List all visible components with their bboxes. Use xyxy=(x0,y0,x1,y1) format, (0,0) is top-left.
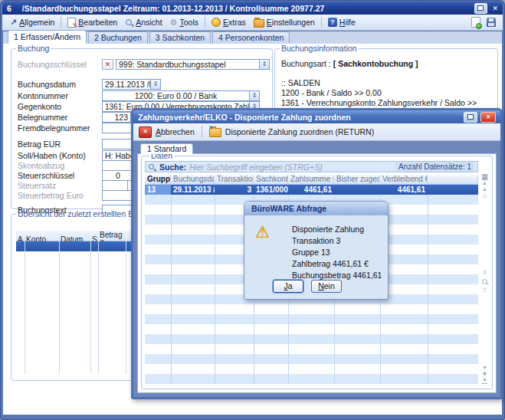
record-count: Anzahl Datensätze: 1 xyxy=(395,162,474,172)
scroll-down-icon[interactable]: ▼ xyxy=(482,365,487,371)
dialog-close-icon[interactable]: ✕ xyxy=(480,112,496,123)
menu-separator xyxy=(61,17,61,28)
belegnummer-field[interactable]: 123 xyxy=(102,112,131,123)
belegnummer-label: Belegnummer xyxy=(18,113,102,122)
col-buchungsdatum[interactable]: Buchungsdatum xyxy=(171,175,215,184)
nein-button[interactable]: Nein xyxy=(311,280,342,293)
menu-extras[interactable]: Extras xyxy=(208,16,250,28)
tab-personenkonten[interactable]: 4 Personenkonten xyxy=(212,31,290,44)
msg-line-transaktion: Transaktion 3 xyxy=(292,235,388,247)
dialog-tab-standard[interactable]: 1 Standard xyxy=(140,143,193,154)
window-id: 6 xyxy=(7,4,11,13)
scroll-up-icon[interactable]: ▲ xyxy=(482,186,487,192)
salden-line: :: SALDEN xyxy=(281,78,491,88)
tab-erfassen-aendern[interactable]: 1 Erfassen/Ändern xyxy=(8,30,87,44)
zoom-search-icon[interactable] xyxy=(481,278,488,285)
col-verbleibend[interactable]: Verbleibend € xyxy=(380,175,428,184)
assign-folder-icon[interactable] xyxy=(209,128,221,137)
col-transaktion[interactable]: Transaktion xyxy=(215,175,254,184)
pause-icon[interactable]: ‖ xyxy=(484,270,486,276)
cell-bisher-zugeordnet xyxy=(334,185,380,195)
menu-allgemein[interactable]: ↗Allgemein xyxy=(6,16,58,29)
steuerbetrag-label: Steuerbetrag Euro xyxy=(18,191,102,200)
window-title: /Standardbuchungsstapel Zeitraum: 01.201… xyxy=(22,4,475,13)
payments-table-header[interactable]: Gruppe Buchungsdatum Transaktion Sachkon… xyxy=(145,175,478,185)
cancel-button[interactable]: Abbrechen xyxy=(156,127,195,136)
menu-bearbeiten[interactable]: Bearbeiten xyxy=(64,16,121,29)
dialog-title: Zahlungsverkehr/ELKO - Disponierte Zahlu… xyxy=(138,113,464,122)
edit-page-icon xyxy=(67,18,76,28)
dialog-titlebar[interactable]: Zahlungsverkehr/ELKO - Disponierte Zahlu… xyxy=(133,110,500,123)
menubar: ↗Allgemein Bearbeiten Ansicht ⚙Tools Ext… xyxy=(2,15,503,31)
col-gruppe[interactable]: Gruppe xyxy=(145,175,171,184)
ja-button[interactable]: Ja xyxy=(273,280,303,293)
magnifier-icon xyxy=(125,18,133,27)
menu-separator xyxy=(321,17,322,28)
add-icon[interactable]: ✚ xyxy=(483,371,487,377)
col-sachkonto[interactable]: Sachkonto xyxy=(254,175,288,184)
select-icon[interactable]: ▽ xyxy=(483,287,487,294)
dialog-maximize-icon[interactable] xyxy=(464,112,477,123)
buchungsinformation-fieldset: Buchungsinformation Buchungsart : [ Sach… xyxy=(274,44,498,111)
payment-row-selected[interactable]: 13 29.11.2013 /Fr 3 1361/000 4461,61 446… xyxy=(145,185,478,195)
bueroware-abfrage-messagebox: BüroWARE Abfrage ⚠ Disponierte Zahlung T… xyxy=(244,201,389,300)
settings-folder-icon xyxy=(254,19,264,28)
buchungsschluessel-field[interactable]: 999: Standardbuchungsstapel xyxy=(116,59,260,70)
menu-tools[interactable]: ⚙Tools xyxy=(166,16,202,29)
menu-label: Einstellungen xyxy=(267,18,315,27)
menu-label: Extras xyxy=(223,18,246,27)
messagebox-titlebar[interactable]: BüroWARE Abfrage xyxy=(244,202,388,215)
menu-separator xyxy=(205,17,205,28)
buchungsschluessel-label: Buchungsschlüssel xyxy=(18,60,102,69)
betrag-label: Betrag EUR xyxy=(18,139,102,149)
menu-ansicht[interactable]: Ansicht xyxy=(121,16,166,28)
tab-buchungen[interactable]: 2 Buchungen xyxy=(88,31,148,44)
extras-icon xyxy=(212,18,221,27)
save-icon[interactable] xyxy=(487,18,496,27)
dropdown-spinner-icon[interactable]: ⇕ xyxy=(260,59,270,70)
scroll-top-icon[interactable]: ▲ xyxy=(482,179,487,186)
steuersatz-field[interactable] xyxy=(102,180,128,191)
gegenkonto-label: Gegenkonto xyxy=(18,102,102,111)
steuerschluessel-label: Steuerschlüssel xyxy=(18,171,102,180)
main-titlebar[interactable]: 6 /Standardbuchungsstapel Zeitraum: 01.2… xyxy=(2,2,503,15)
steuerschluessel-field[interactable]: 0 xyxy=(102,170,134,181)
close-icon[interactable]: ✕ xyxy=(492,4,498,13)
cancel-icon[interactable]: ✕ xyxy=(139,126,152,138)
menu-label: Bearbeiten xyxy=(78,18,117,27)
kontonummer-label: Kontonummer xyxy=(18,91,102,100)
cell-gruppe: 13 xyxy=(145,185,171,195)
restore-icon[interactable] xyxy=(474,3,487,14)
column-chooser-icon[interactable]: ▦ xyxy=(481,173,488,179)
tab-sachkonten[interactable]: 3 Sachkonten xyxy=(149,31,211,44)
sollhaben-label: Soll/Haben (Konto) xyxy=(18,151,102,160)
new-document-icon[interactable] xyxy=(471,17,480,28)
menu-label: Tools xyxy=(179,18,198,27)
cell-sachkonto: 1361/000 xyxy=(254,185,288,195)
warning-icon: ⚠ xyxy=(255,223,270,241)
skontoabzug-label: Skontoabzug xyxy=(18,161,102,170)
scroll-bottom-icon[interactable]: ▼ xyxy=(482,377,487,384)
search-input[interactable]: Hier Suchbegriff eingeben (STRG+S) xyxy=(189,162,392,172)
dropdown-spinner-icon[interactable]: ⇕ xyxy=(250,90,260,101)
kontonummer-field[interactable]: 1200: Euro 0.00 / Bank xyxy=(102,90,250,101)
buchungsart-value: [ Sachkontobuchung ] xyxy=(333,59,418,68)
buchungsdatum-field[interactable]: 29.11.2013 /Fr xyxy=(102,79,151,90)
main-tabstrip: 1 Erfassen/Ändern 2 Buchungen 3 Sachkont… xyxy=(3,31,502,44)
page-up-icon[interactable]: △ xyxy=(483,192,487,199)
menu-label: Allgemein xyxy=(19,18,54,27)
cell-buchungsdatum: 29.11.2013 /Fr xyxy=(171,185,215,195)
menu-hilfe[interactable]: ?Hilfe xyxy=(324,16,359,28)
col-bisher-zugeordnet[interactable]: Bisher zugeordnet xyxy=(334,175,380,184)
clear-field-icon[interactable]: ✕ xyxy=(102,59,113,70)
assign-button[interactable]: Disponierte Zahlung zuordnen (RETURN) xyxy=(225,127,374,136)
msg-line-disponierte-zahlung: Disponierte Zahlung xyxy=(292,224,388,235)
menu-einstellungen[interactable]: Einstellungen xyxy=(250,15,319,29)
menu-label: Ansicht xyxy=(136,18,162,27)
msg-line-gruppe: Gruppe 13 xyxy=(292,247,388,258)
search-label: Suche: xyxy=(159,162,186,172)
saldo-line-1200: 1200 - Bank / Saldo >> 0.00 xyxy=(281,88,491,98)
dropdown-spinner-icon[interactable]: ⇕ xyxy=(151,79,161,90)
search-bar[interactable]: Suche: Hier Suchbegriff eingeben (STRG+S… xyxy=(145,161,478,172)
col-zahlsumme[interactable]: Zahlsumme € xyxy=(288,175,334,184)
